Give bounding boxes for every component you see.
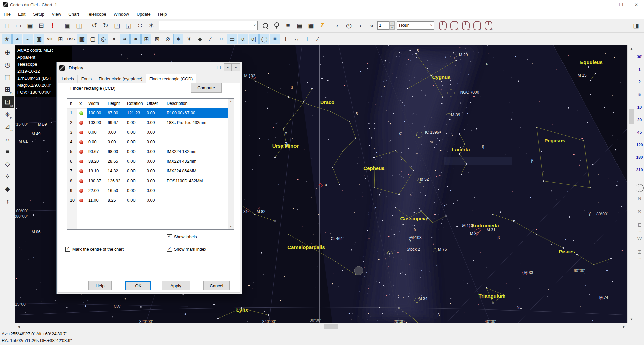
mouse-select-icon[interactable]: [438, 20, 448, 31]
time-step-input[interactable]: 1: [377, 21, 389, 30]
column-header-n[interactable]: n: [70, 99, 78, 108]
save-icon[interactable]: ▤: [24, 20, 35, 31]
table-row[interactable]: 719.1014.320.000.00IMX224 864MM: [67, 166, 228, 176]
sidebar-panel-icon[interactable]: ▤: [2, 71, 14, 83]
show-mark-index-checkbox[interactable]: Show mark index: [167, 247, 206, 252]
fov-value-20[interactable]: 20: [637, 118, 642, 130]
selection-icon[interactable]: ∷: [135, 20, 145, 31]
dss-frames-icon[interactable]: ⊞: [55, 34, 65, 44]
sidebar-quad2-icon[interactable]: ✧: [2, 170, 14, 182]
ruler-icon[interactable]: ▭: [227, 34, 237, 44]
show-labels-checkbox[interactable]: Show labels: [167, 234, 197, 239]
time-step-spinner[interactable]: ▲▼: [389, 21, 395, 30]
dss-button[interactable]: DSS: [66, 34, 76, 44]
pen-icon[interactable]: ∕: [313, 34, 323, 44]
column-header-x[interactable]: x: [79, 99, 88, 108]
column-header-offset[interactable]: Offset: [147, 99, 165, 108]
ok-button[interactable]: OK: [125, 281, 151, 290]
horizontal-scrollbar[interactable]: ◀ ▶: [15, 323, 627, 330]
show-picture-frame-icon[interactable]: ▣: [77, 34, 87, 44]
menu-item-view[interactable]: View: [48, 9, 65, 19]
field-stars-icon[interactable]: ✶: [146, 20, 157, 31]
close-button[interactable]: ✕: [629, 0, 644, 9]
maximize-button[interactable]: ❐: [613, 0, 629, 9]
object-search-combobox[interactable]: ˅: [159, 21, 258, 30]
sidebar-clock-icon[interactable]: ◷: [2, 59, 14, 70]
zoom-frame-out-icon[interactable]: ◳: [112, 20, 122, 31]
table-scroll-down-icon[interactable]: ▼: [228, 224, 234, 229]
fov-value-180[interactable]: 180: [636, 155, 643, 168]
mouse-zoom-icon[interactable]: ◦: [461, 20, 471, 31]
sidebar-quad1-icon[interactable]: ◇: [2, 158, 14, 169]
earth-shadow-icon[interactable]: ●: [130, 34, 141, 44]
dialog-minimize-button[interactable]: —: [197, 62, 211, 73]
zoom-frame-in-icon[interactable]: ◲: [123, 20, 134, 31]
tab-scroll-left-button[interactable]: ◂: [224, 63, 232, 71]
table-row[interactable]: 922.0016.500.000.00: [67, 186, 228, 196]
capture-frame-icon[interactable]: ▢: [88, 34, 98, 44]
no-grid-icon[interactable]: ⊘: [163, 34, 173, 44]
menu-item-chart[interactable]: Chart: [65, 9, 83, 19]
table-row[interactable]: 1100.0067.00121.230.00R100.00x67.00: [67, 108, 228, 118]
search-icon[interactable]: [260, 20, 271, 31]
table-row[interactable]: 2103.9069.670.000.00183c Pro Tec 432mm: [67, 118, 228, 128]
column-header-height[interactable]: Height: [108, 99, 126, 108]
time-prev-icon[interactable]: ‹: [332, 20, 343, 31]
finder-ellipse-icon[interactable]: ◯: [259, 34, 269, 44]
new-chart-icon[interactable]: ◻: [2, 20, 12, 31]
horizontal-scroll-thumb[interactable]: [324, 324, 338, 329]
fov-value-30[interactable]: 30': [637, 55, 642, 67]
split-view-icon[interactable]: ◫: [74, 20, 85, 31]
column-header-width[interactable]: Width: [88, 99, 107, 108]
direction-z-button[interactable]: Z....: [638, 249, 641, 262]
mouse-zoom-in-icon[interactable]: +: [472, 20, 482, 31]
spin-down-icon[interactable]: ▼: [389, 26, 395, 30]
menu-item-setup[interactable]: Setup: [29, 9, 48, 19]
fov-value-310[interactable]: 310: [636, 168, 643, 181]
menu-item-help[interactable]: Help: [154, 9, 171, 19]
scroll-down-icon[interactable]: ▼: [628, 316, 635, 323]
table-row[interactable]: 30.000.000.000.00: [67, 128, 228, 137]
fov-value-5[interactable]: 5: [638, 92, 641, 105]
apply-button[interactable]: Apply: [162, 281, 190, 290]
calendar-icon[interactable]: ▦: [306, 20, 316, 31]
compute-button[interactable]: Compute: [191, 83, 222, 93]
label-alpha-bar-icon[interactable]: α|: [249, 34, 259, 44]
show-outlines-icon[interactable]: ∽: [23, 34, 33, 44]
show-asteroids-icon[interactable]: ✦: [109, 34, 119, 44]
mouse-move-icon[interactable]: ◦: [449, 20, 459, 31]
show-images-icon[interactable]: ▣: [34, 34, 44, 44]
object-list-icon[interactable]: ≡: [283, 20, 293, 31]
help-button[interactable]: Help: [88, 281, 112, 290]
move-chart-icon[interactable]: ✛: [281, 34, 291, 44]
menu-item-window[interactable]: Window: [110, 9, 133, 19]
table-row[interactable]: 590.6768.000.000.00IMX224 182mm: [67, 147, 228, 157]
menu-item-telescope[interactable]: Telescope: [83, 9, 110, 19]
show-comets-icon[interactable]: ≈: [120, 34, 130, 44]
table-scroll-up-icon[interactable]: ▲: [228, 99, 234, 105]
position-pin-icon[interactable]: [271, 20, 282, 31]
sidebar-quad4-icon[interactable]: ↕: [2, 195, 14, 207]
table-row[interactable]: 8190.37126.920.000.00EOS1100D 432MM: [67, 176, 228, 186]
scroll-up-icon[interactable]: ▲: [628, 45, 635, 52]
sidebar-ec-mode-icon[interactable]: ✳Ec: [2, 109, 14, 120]
time-next-icon[interactable]: ›: [355, 20, 366, 31]
minimize-button[interactable]: –: [598, 0, 613, 9]
moon-phase-icon[interactable]: [636, 184, 644, 192]
constellation-lines-icon[interactable]: ✶: [173, 34, 183, 44]
direction-n-button[interactable]: N....: [638, 195, 641, 209]
show-nebulae-icon[interactable]: ◕: [12, 34, 22, 44]
table-row[interactable]: 638.2028.650.000.00IMX224 432mm: [67, 157, 228, 166]
time-unit-select[interactable]: Hour˅: [397, 21, 434, 30]
altaz-grid-icon[interactable]: ⊠: [152, 34, 162, 44]
sidebar-eq-mode-icon[interactable]: ⊞Eq: [2, 84, 14, 95]
tab-scroll-right-button[interactable]: ▸: [232, 63, 240, 71]
eq-grid-icon[interactable]: ⊞: [141, 34, 151, 44]
telescope-anchor-icon[interactable]: ⊥: [302, 34, 312, 44]
mouse-zoom-out-icon[interactable]: −: [483, 20, 493, 31]
sidebar-globe-icon[interactable]: ⊕: [2, 47, 14, 58]
dialog-title-bar[interactable]: Display — ❐ ✕: [57, 62, 241, 73]
column-header-rotation[interactable]: Rotation: [127, 99, 145, 108]
undo-icon[interactable]: ↺: [89, 20, 100, 31]
tab-labels[interactable]: Labels: [58, 75, 78, 83]
